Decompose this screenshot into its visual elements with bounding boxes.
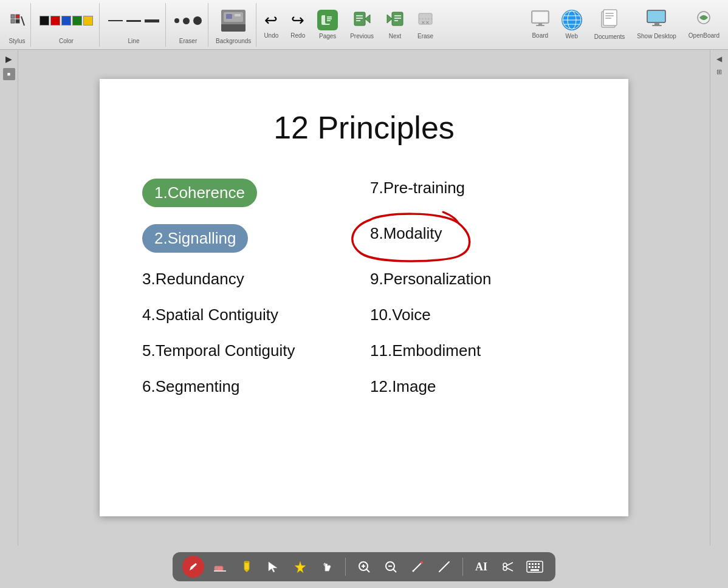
- svg-rect-44: [605, 15, 614, 16]
- web-icon: [561, 10, 582, 30]
- line-med-button[interactable]: [126, 20, 141, 22]
- pages-button[interactable]: Pages: [312, 9, 343, 41]
- principle-3: 3.Redundancy: [136, 261, 364, 297]
- previous-label: Previous: [350, 33, 374, 39]
- svg-rect-43: [605, 13, 614, 14]
- erase-label: Erase: [417, 33, 433, 39]
- backgrounds-group[interactable]: Backgrounds: [211, 3, 256, 47]
- stylus-button[interactable]: [7, 11, 27, 30]
- zoom-out-button[interactable]: [380, 556, 402, 578]
- undo-button[interactable]: ↩ Undo: [259, 10, 283, 40]
- sidebar-expand-arrow[interactable]: ▶: [2, 52, 16, 66]
- color-group: Color: [33, 3, 100, 47]
- principle-11: 11.Embodiment: [364, 333, 592, 369]
- divider-2: [462, 558, 463, 576]
- svg-rect-47: [648, 12, 664, 21]
- svg-rect-31: [536, 25, 544, 26]
- stylus-label: Stylus: [9, 38, 25, 44]
- pen-circle: [182, 556, 204, 578]
- canvas-area: 12 Principles 1.Coherence 7.Pre-training…: [18, 50, 710, 545]
- line-thick-button[interactable]: [145, 19, 159, 22]
- svg-rect-53: [215, 566, 218, 571]
- svg-line-4: [21, 16, 24, 26]
- eraser-medium[interactable]: [183, 18, 190, 24]
- stylus-group: Stylus: [4, 3, 31, 47]
- documents-label: Documents: [594, 33, 625, 40]
- line-label: Line: [128, 38, 140, 44]
- swatch-green[interactable]: [72, 16, 82, 26]
- backgrounds-icon[interactable]: [221, 10, 246, 32]
- swatch-red[interactable]: [50, 16, 60, 26]
- eraser-tool-button[interactable]: [209, 556, 231, 578]
- swatch-black[interactable]: [39, 16, 49, 26]
- page-indicator: ■: [3, 68, 15, 80]
- next-button[interactable]: Next: [381, 9, 409, 41]
- text-tool-icon: AI: [475, 561, 487, 573]
- right-sidebar-collapse[interactable]: ◀: [714, 52, 724, 66]
- svg-point-71: [503, 563, 507, 567]
- svg-rect-0: [11, 15, 15, 18]
- keyboard-button[interactable]: [524, 556, 546, 578]
- svg-rect-45: [605, 18, 611, 19]
- documents-icon: [600, 9, 619, 31]
- eraser-group: Eraser: [168, 3, 208, 47]
- svg-rect-83: [538, 566, 540, 568]
- previous-button[interactable]: Previous: [345, 9, 379, 41]
- web-button[interactable]: Web: [557, 9, 587, 41]
- pages-label: Pages: [319, 33, 336, 39]
- svg-rect-9: [235, 14, 241, 16]
- principle-2-text: 2.Signalling: [142, 224, 248, 253]
- board-button[interactable]: Board: [526, 9, 554, 40]
- eraser-large[interactable]: [193, 16, 202, 25]
- openboard-label: OpenBoard: [689, 32, 719, 39]
- svg-marker-16: [365, 15, 370, 23]
- principle-8-text: 8.Modality: [370, 224, 442, 242]
- line-thin-button[interactable]: [108, 20, 123, 21]
- highlighter-tool-button[interactable]: [236, 556, 258, 578]
- svg-text:✕✕: ✕✕: [421, 20, 430, 26]
- color-label: Color: [59, 38, 74, 44]
- web-label: Web: [566, 33, 578, 39]
- left-sidebar: ▶ ■: [0, 50, 18, 545]
- principle-10: 10.Voice: [364, 297, 592, 333]
- pages-icon: [317, 10, 338, 30]
- openboard-button[interactable]: ▼ OpenBoard: [684, 9, 724, 40]
- swatch-blue[interactable]: [61, 16, 71, 26]
- slide-title: 12 Principles: [273, 109, 455, 146]
- line-draw-button[interactable]: [433, 556, 455, 578]
- board-label: Board: [532, 32, 548, 39]
- principle-8: 8.Modality: [364, 216, 592, 261]
- svg-text:▼: ▼: [712, 10, 713, 15]
- right-sidebar: ◀ ⊞: [710, 50, 728, 545]
- hand-tool-button[interactable]: [316, 556, 338, 578]
- principle-6: 6.Segmenting: [136, 369, 364, 405]
- top-toolbar: Stylus Color: [0, 0, 728, 50]
- svg-marker-59: [295, 561, 306, 573]
- bottom-toolbar: AI: [0, 545, 728, 588]
- svg-rect-80: [529, 566, 531, 568]
- svg-rect-82: [535, 566, 537, 568]
- erase-button[interactable]: ✕✕ Erase: [411, 9, 439, 41]
- swatch-yellow[interactable]: [83, 16, 93, 26]
- scissors-button[interactable]: [497, 556, 519, 578]
- svg-point-68: [421, 561, 423, 564]
- zoom-in-button[interactable]: [353, 556, 375, 578]
- interact-tool-button[interactable]: [289, 556, 311, 578]
- pen-tool-button[interactable]: [182, 556, 204, 578]
- principle-4: 4.Spatial Contiguity: [136, 297, 364, 333]
- eraser-small[interactable]: [174, 18, 179, 23]
- svg-rect-3: [16, 19, 19, 23]
- principle-1: 1.Coherence: [136, 170, 364, 216]
- pointer-tool-button[interactable]: [263, 556, 284, 578]
- show-desktop-button[interactable]: Show Desktop: [632, 9, 681, 41]
- svg-rect-76: [529, 563, 531, 565]
- color-swatches: [39, 16, 93, 26]
- documents-button[interactable]: Documents: [589, 8, 630, 41]
- redo-button[interactable]: ↪ Redo: [286, 10, 310, 40]
- svg-marker-21: [387, 15, 392, 23]
- principle-9-text: 9.Personalization: [370, 270, 491, 288]
- text-tool-button[interactable]: AI: [470, 556, 492, 578]
- principle-12-text: 12.Image: [370, 377, 436, 395]
- laser-pointer-button[interactable]: [407, 556, 428, 578]
- next-icon: [386, 10, 404, 30]
